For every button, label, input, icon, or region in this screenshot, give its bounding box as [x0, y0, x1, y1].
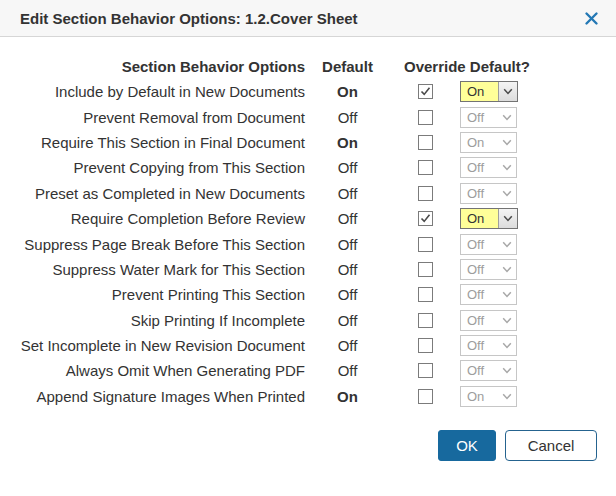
option-row: Append Signature Images When Printed On … — [0, 384, 616, 409]
close-icon — [584, 11, 599, 26]
override-select[interactable]: Off — [460, 107, 517, 128]
dialog-titlebar: Edit Section Behavior Options: 1.2.Cover… — [0, 0, 616, 37]
chevron-down-icon — [498, 184, 516, 203]
option-label: Require Completion Before Review — [0, 210, 305, 227]
override-checkbox[interactable] — [418, 262, 433, 277]
ok-button[interactable]: OK — [438, 430, 496, 461]
chevron-down-icon — [498, 260, 516, 279]
options-table: Section Behavior Options Default Overrid… — [0, 53, 616, 409]
override-select[interactable]: Off — [460, 284, 517, 305]
override-select-value: Off — [461, 260, 498, 279]
option-label: Suppress Water Mark for This Section — [0, 261, 305, 278]
override-checkbox[interactable] — [418, 313, 433, 328]
option-label: Always Omit When Generating PDF — [0, 362, 305, 379]
cancel-button[interactable]: Cancel — [505, 430, 597, 461]
override-checkbox[interactable] — [418, 186, 433, 201]
option-row: Include by Default in New Documents On O… — [0, 79, 616, 104]
override-select[interactable]: Off — [460, 310, 517, 331]
checkmark-icon — [420, 213, 431, 224]
table-rows: Include by Default in New Documents On O… — [0, 79, 616, 409]
override-select[interactable]: On — [460, 208, 518, 229]
dialog-footer: OK Cancel — [438, 430, 597, 461]
header-override-default: Override Default? — [390, 58, 616, 75]
option-label: Suppress Page Break Before This Section — [0, 236, 305, 253]
override-checkbox[interactable] — [418, 135, 433, 150]
chevron-down-icon — [498, 108, 516, 127]
option-row: Preset as Completed in New Documents Off… — [0, 181, 616, 206]
chevron-down-icon — [498, 387, 516, 406]
option-label: Prevent Printing This Section — [0, 286, 305, 303]
option-row: Require This Section in Final Document O… — [0, 130, 616, 155]
option-row: Prevent Removal from Document Off Off — [0, 104, 616, 129]
override-select-value: Off — [461, 158, 498, 177]
default-value: Off — [305, 236, 390, 253]
option-row: Prevent Copying from This Section Off Of… — [0, 155, 616, 180]
option-row: Suppress Water Mark for This Section Off… — [0, 257, 616, 282]
override-checkbox[interactable] — [418, 160, 433, 175]
override-select[interactable]: Off — [460, 360, 517, 381]
override-select[interactable]: On — [460, 81, 518, 102]
override-checkbox[interactable] — [418, 389, 433, 404]
chevron-down-icon — [498, 235, 516, 254]
option-row: Require Completion Before Review Off On — [0, 206, 616, 231]
header-default: Default — [305, 58, 390, 75]
option-label: Prevent Copying from This Section — [0, 159, 305, 176]
default-value: Off — [305, 261, 390, 278]
header-section-behavior-options: Section Behavior Options — [0, 58, 305, 75]
override-select[interactable]: Off — [460, 183, 517, 204]
chevron-down-icon — [498, 336, 516, 355]
option-label: Preset as Completed in New Documents — [0, 185, 305, 202]
override-select-value: Off — [461, 285, 498, 304]
override-select-value: Off — [461, 235, 498, 254]
default-value: Off — [305, 337, 390, 354]
override-select-value: On — [461, 82, 498, 101]
override-select-value: On — [461, 387, 498, 406]
default-value: On — [305, 388, 390, 405]
option-label: Prevent Removal from Document — [0, 109, 305, 126]
override-select[interactable]: On — [460, 132, 517, 153]
override-select-value: Off — [461, 108, 498, 127]
option-label: Set Incomplete in New Revision Document — [0, 337, 305, 354]
override-checkbox[interactable] — [418, 338, 433, 353]
override-checkbox[interactable] — [418, 211, 433, 226]
override-select[interactable]: Off — [460, 157, 517, 178]
table-header-row: Section Behavior Options Default Overrid… — [0, 53, 616, 79]
chevron-down-icon — [498, 82, 517, 101]
close-button[interactable] — [580, 7, 602, 29]
dialog-title: Edit Section Behavior Options: 1.2.Cover… — [20, 10, 580, 27]
option-label: Include by Default in New Documents — [0, 83, 305, 100]
default-value: Off — [305, 185, 390, 202]
default-value: Off — [305, 159, 390, 176]
override-select[interactable]: Off — [460, 234, 517, 255]
option-row: Suppress Page Break Before This Section … — [0, 231, 616, 256]
edit-section-behavior-dialog: Edit Section Behavior Options: 1.2.Cover… — [0, 0, 616, 496]
override-checkbox[interactable] — [418, 84, 433, 99]
option-row: Always Omit When Generating PDF Off Off — [0, 358, 616, 383]
override-select[interactable]: Off — [460, 259, 517, 280]
override-select-value: On — [461, 209, 498, 228]
override-select-value: On — [461, 133, 498, 152]
override-checkbox[interactable] — [418, 287, 433, 302]
chevron-down-icon — [498, 285, 516, 304]
option-label: Append Signature Images When Printed — [0, 388, 305, 405]
default-value: Off — [305, 286, 390, 303]
override-select[interactable]: On — [460, 386, 517, 407]
override-select-value: Off — [461, 361, 498, 380]
default-value: Off — [305, 312, 390, 329]
option-row: Prevent Printing This Section Off Off — [0, 282, 616, 307]
override-select-value: Off — [461, 311, 498, 330]
override-checkbox[interactable] — [418, 110, 433, 125]
override-select-value: Off — [461, 184, 498, 203]
option-label: Skip Printing If Incomplete — [0, 312, 305, 329]
override-select[interactable]: Off — [460, 335, 517, 356]
override-checkbox[interactable] — [418, 363, 433, 378]
chevron-down-icon — [498, 158, 516, 177]
default-value: Off — [305, 210, 390, 227]
chevron-down-icon — [498, 361, 516, 380]
default-value: Off — [305, 109, 390, 126]
override-checkbox[interactable] — [418, 237, 433, 252]
chevron-down-icon — [498, 311, 516, 330]
checkmark-icon — [420, 86, 431, 97]
chevron-down-icon — [498, 209, 517, 228]
override-select-value: Off — [461, 336, 498, 355]
